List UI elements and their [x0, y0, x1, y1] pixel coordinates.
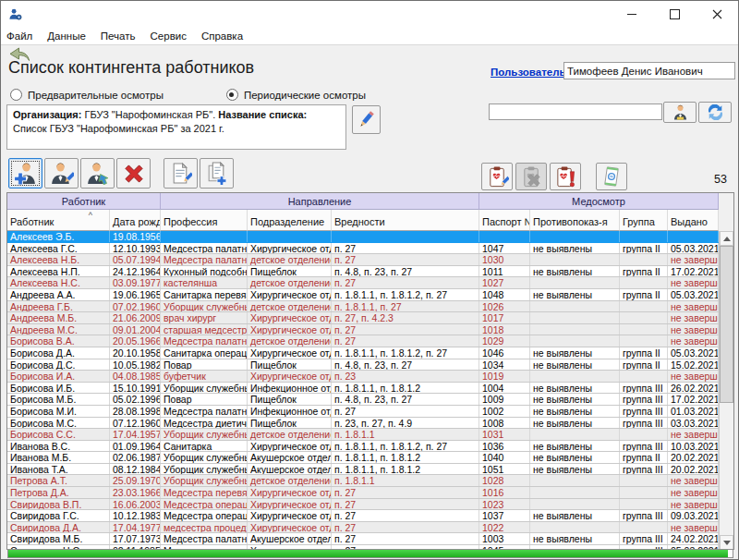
cell-contraindications: не выявлены [530, 383, 620, 394]
table-row[interactable]: Алексеева Н.Б.05.07.1994Медсестра палатн… [7, 254, 719, 266]
menu-service[interactable]: Сервис [143, 30, 194, 42]
cell-passport: 1009 [479, 394, 530, 405]
table-row[interactable]: Свиридова Г.С.10.12.1983Медсестра операц… [7, 510, 719, 522]
cell-hazards: п. 1.8.1.1, п. 1.8.1.2, п. 27 [332, 289, 479, 300]
radio-preliminary[interactable] [10, 89, 22, 101]
cell-department: Пищеблок [248, 266, 332, 277]
cell-issued: 03.03.2021 [668, 418, 719, 429]
table-row[interactable]: Андреева М.С.09.01.2004старшая медсестра… [7, 324, 719, 336]
cell-profession: Медсестра палатная [161, 335, 248, 347]
cell-birth-date: 19.08.1956 [110, 231, 161, 242]
column-header-contraindications[interactable]: Противопоказ-я [530, 210, 620, 231]
column-header-issued[interactable]: Выдано [668, 210, 719, 231]
table-row[interactable]: Алексеева Г.С.12.10.1993Медсестра палатн… [7, 243, 719, 255]
menu-help[interactable]: Справка [194, 30, 250, 42]
table-row[interactable]: Свиридова В.П.16.06.2003Медсестра операц… [7, 499, 719, 511]
cell-contraindications: не выявлены [530, 441, 620, 452]
table-row[interactable]: Иванова М.Б.02.06.1987Уборщик служебных … [7, 452, 719, 464]
cell-contraindications: не выявлены [530, 533, 620, 544]
table-row[interactable]: Борисова Д.А.20.10.1958Санитарка операци… [7, 347, 719, 359]
window-maximize-button[interactable] [653, 1, 696, 27]
window-close-button[interactable] [696, 1, 738, 27]
cell-group: группа II [620, 243, 668, 254]
cell-contraindications [530, 324, 620, 335]
table-row[interactable]: Борисова М.И.28.08.1998Медсестра палатна… [7, 406, 719, 418]
find-user-button[interactable] [663, 102, 697, 123]
scrollbar-thumb[interactable] [720, 246, 733, 403]
column-header-group[interactable]: Группа [620, 210, 668, 231]
delete-worker-button[interactable] [116, 158, 151, 189]
cell-issued: 26.02.2021 [668, 383, 719, 394]
cell-birth-date: 20.10.1958 [110, 347, 161, 359]
menu-print[interactable]: Печать [93, 30, 143, 42]
assign-worker-button[interactable] [80, 158, 115, 189]
document-edit-icon [169, 162, 192, 185]
card-circle-icon [600, 165, 623, 188]
edit-referral-button[interactable] [164, 158, 198, 189]
table-row[interactable]: Борисова В.А.20.05.1966Медсестра палатна… [7, 335, 719, 347]
menu-file[interactable]: Файл [1, 30, 40, 42]
list-info-box: Организация: ГБУЗ "Нарофоминская РБ". На… [6, 104, 346, 150]
cell-department: Хирургическое отделение [248, 347, 332, 359]
medexam-alert-button[interactable] [550, 163, 581, 190]
cell-issued: не завершен [668, 371, 719, 382]
column-header-hazards[interactable]: Вредности [332, 210, 479, 231]
list-name-value: Список ГБУЗ "Нарофоминская РБ" за 2021 г… [13, 123, 224, 134]
copy-referral-button[interactable] [200, 158, 234, 189]
column-header-department[interactable]: Подразделение [248, 210, 332, 231]
cell-hazards [332, 231, 479, 242]
cell-contraindications: не выявлены [530, 266, 620, 277]
table-row[interactable]: Иванова Т.А.08.12.1984Уборщик служебных … [7, 464, 719, 476]
column-header-passport[interactable]: Паспорт № [479, 210, 530, 231]
search-input[interactable] [489, 103, 662, 120]
column-header-worker[interactable]: Работник^ [7, 210, 110, 231]
table-row[interactable]: Борисова И.Б.15.10.1991Уборщик служебных… [7, 383, 719, 395]
radio-preliminary-label: Предварительные осмотры [28, 90, 164, 101]
cell-contraindications: не выявлены [530, 406, 620, 417]
medexam-edit-button[interactable] [481, 163, 513, 190]
window-controls [611, 1, 738, 27]
table-row[interactable]: Андреева М.Б.21.06.2009врач хирургХирург… [7, 312, 719, 324]
vertical-scrollbar[interactable] [719, 231, 733, 550]
table-row[interactable]: Свиридова Д.А.17.04.1977медсестра процед… [7, 522, 719, 534]
table-row[interactable]: Борисова М.С.07.12.1960Медсестра диетиче… [7, 418, 719, 430]
window-minimize-button[interactable] [611, 1, 653, 27]
cell-worker: Андреева Г.Б. [7, 301, 110, 312]
cell-birth-date: 17.04.1957 [110, 429, 161, 440]
column-header-birth-date[interactable]: Дата рожд. [110, 210, 161, 231]
table-row[interactable]: Алексеев Э.Б.19.08.1956 [7, 231, 719, 243]
edit-list-button[interactable] [352, 105, 381, 134]
menu-data[interactable]: Данные [40, 30, 93, 42]
medexam-card-button[interactable] [596, 163, 627, 190]
edit-worker-button[interactable] [44, 158, 79, 189]
cell-profession: Санитарка операционная [161, 347, 248, 359]
cell-contraindications [530, 312, 620, 323]
cell-contraindications: не выявлены [530, 510, 620, 521]
cell-passport: 1047 [479, 243, 530, 254]
user-link[interactable]: Пользователь [491, 67, 566, 78]
table-row[interactable]: Борисова И.А.04.08.1985буфетчикХирургиче… [7, 371, 719, 383]
scroll-down-button[interactable] [720, 535, 733, 550]
column-header-profession[interactable]: Профессия [161, 210, 248, 231]
table-row[interactable]: Борисова С.С.17.04.1957Уборщик служебных… [7, 429, 719, 441]
table-row[interactable]: Борисова М.Б.05.02.1996ПоварПищеблокп. 4… [7, 394, 719, 406]
table-row[interactable]: Иванова В.С.01.09.1964СанитаркаХирургиче… [7, 441, 719, 453]
cell-hazards: п. 1.8.1.1, п. 1.8.1.2, п. 27 [332, 441, 479, 452]
cell-issued: не завершен [668, 429, 719, 440]
table-row[interactable]: Андреева Г.Б.07.02.1960Уборщик служебных… [7, 301, 719, 313]
cell-worker: Свиридова Г.С. [7, 510, 110, 521]
radio-periodic[interactable] [226, 89, 238, 101]
table-row[interactable]: Свиридова М.Б.17.07.1973Медсестра палатн… [7, 533, 719, 545]
add-worker-button[interactable] [8, 158, 42, 189]
clipboard-heart-exclamation-icon [554, 165, 577, 189]
refresh-button[interactable] [698, 102, 732, 123]
cell-group: группа III [620, 510, 668, 521]
table-row[interactable]: Алексеева Н.С.03.09.1977кастеляншадетско… [7, 277, 719, 289]
scroll-up-button[interactable] [720, 231, 733, 246]
table-row[interactable]: Петрова А.Т.25.09.1970Уборщик служебных … [7, 475, 719, 487]
table-row[interactable]: Алексеева Н.П.24.12.1964Кухонный подсобн… [7, 266, 719, 278]
table-row[interactable]: Борисова Д.С.10.05.1982ПоварПищеблокп. 4… [7, 359, 719, 371]
user-name-field[interactable] [563, 62, 735, 79]
table-row[interactable]: Андреева А.А.19.06.1965Санитарка перевяз… [7, 289, 719, 301]
table-row[interactable]: Петрова Д.А.23.03.1966Медсестра перевязо… [7, 487, 719, 499]
